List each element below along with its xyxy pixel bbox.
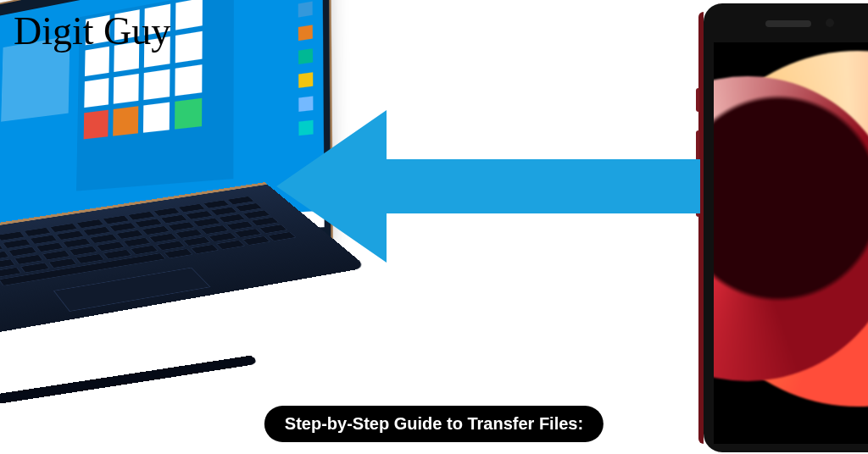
phone-mute-switch	[696, 88, 699, 112]
site-watermark: Digit Guy	[14, 8, 170, 53]
phone-front-camera	[826, 19, 834, 27]
transfer-arrow-left-icon	[276, 110, 700, 263]
phone-screen	[714, 42, 868, 444]
phone-speaker	[765, 20, 811, 27]
svg-marker-0	[276, 110, 700, 263]
phone-graphic	[704, 3, 868, 452]
laptop-front-lip	[0, 356, 260, 427]
